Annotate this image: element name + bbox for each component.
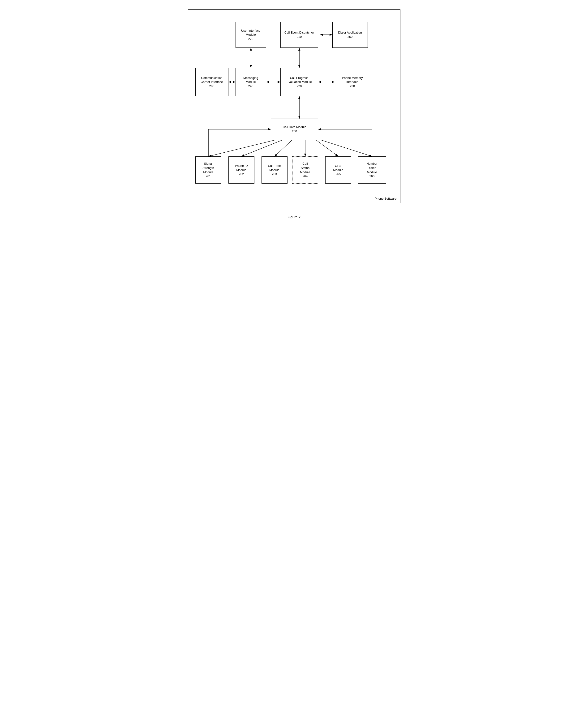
box-ced210: Call Event Dispatcher210 <box>280 22 318 48</box>
diagram-container: User InterfaceModule270 Call Event Dispa… <box>188 9 400 203</box>
box-ssm261: SignalStrengthModule261 <box>195 157 221 184</box>
box-cdm260-label: Call Data Module260 <box>283 125 306 133</box>
box-mm240-label: MessagingModule240 <box>243 76 258 88</box>
box-cpem220-label: Call ProgressEvaluation Module220 <box>287 76 312 88</box>
box-cci280-label: CommunicationCarrier Interface280 <box>201 76 223 88</box>
box-ui270-label: User InterfaceModule270 <box>241 29 261 41</box>
box-ssm261-label: SignalStrengthModule261 <box>203 162 214 178</box>
box-ndm266-label: NumberDialedModule266 <box>366 162 377 178</box>
phone-software-label: Phone Software <box>375 197 397 200</box>
box-ctm263-label: Call TimeModule263 <box>268 164 281 176</box>
svg-line-16 <box>321 140 372 157</box>
box-csm264: CallStatusModule264 <box>292 157 318 184</box>
box-da250: Dialer Application250 <box>332 22 368 48</box>
box-ndm266: NumberDialedModule266 <box>358 157 386 184</box>
box-pmi230-label: Phone MemoryInterface230 <box>342 76 363 88</box>
box-gps265: GPSModule265 <box>325 157 351 184</box>
svg-line-12 <box>241 140 283 157</box>
box-mm240: MessagingModule240 <box>236 68 266 96</box>
figure-label: Figure 2 <box>288 215 300 219</box>
box-gps265-label: GPSModule265 <box>333 164 343 176</box>
box-da250-label: Dialer Application250 <box>338 30 362 39</box>
box-cdm260: Call Data Module260 <box>271 119 318 140</box>
svg-line-11 <box>208 140 276 157</box>
box-pid262: Phone IDModule262 <box>229 157 254 184</box>
box-ui270: User InterfaceModule270 <box>236 22 266 48</box>
svg-line-13 <box>275 140 292 157</box>
box-ctm263: Call TimeModule263 <box>262 157 288 184</box>
svg-line-15 <box>316 140 338 157</box>
box-csm264-label: CallStatusModule264 <box>300 162 310 178</box>
box-ced210-label: Call Event Dispatcher210 <box>284 30 314 39</box>
box-cpem220: Call ProgressEvaluation Module220 <box>280 68 318 96</box>
box-cci280: CommunicationCarrier Interface280 <box>195 68 229 96</box>
box-pmi230: Phone MemoryInterface230 <box>335 68 370 96</box>
box-pid262-label: Phone IDModule262 <box>235 164 248 176</box>
